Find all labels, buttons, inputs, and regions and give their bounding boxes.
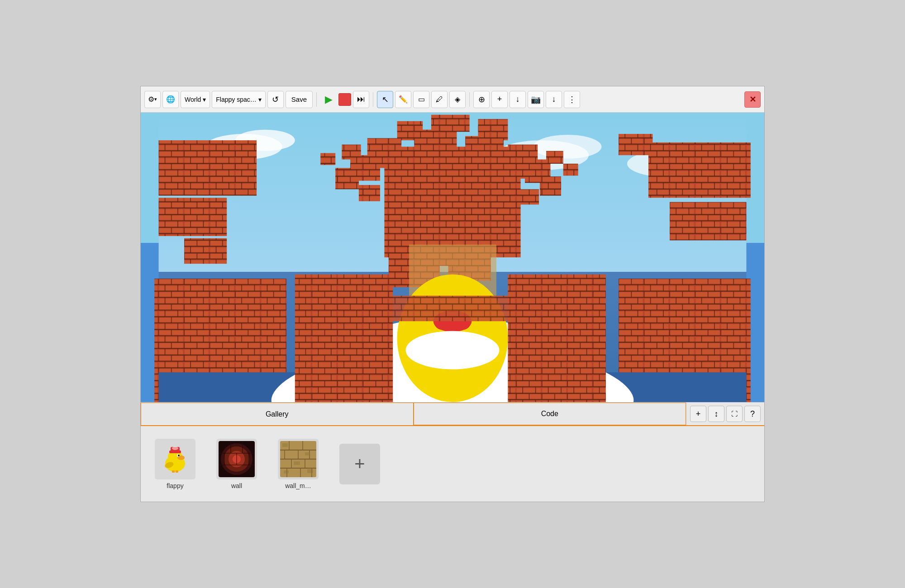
stop-button[interactable] [338, 93, 351, 106]
tab-actions: + ↕ ⛶ ? [686, 403, 764, 425]
svg-rect-48 [342, 145, 361, 160]
svg-rect-106 [282, 443, 288, 447]
separator-1 [316, 92, 317, 107]
step-button[interactable]: ⏭ [353, 91, 369, 108]
svg-rect-77 [172, 470, 175, 473]
svg-rect-45 [397, 121, 423, 140]
resize-panel-button[interactable]: ↕ [708, 406, 724, 422]
separator-2 [373, 92, 373, 107]
svg-rect-50 [546, 151, 563, 164]
svg-rect-78 [176, 470, 178, 473]
sprite-thumb-wall-m [278, 439, 319, 479]
down-arrow-2[interactable]: ↓ [546, 91, 562, 108]
svg-rect-67 [508, 275, 605, 402]
settings-button[interactable]: ⚙ ▾ [144, 91, 161, 108]
fullscreen-button[interactable]: ⛶ [726, 406, 743, 422]
reload-button[interactable]: ↺ [267, 91, 284, 108]
svg-rect-39 [335, 168, 359, 189]
svg-rect-108 [294, 461, 300, 465]
bottom-panel: Gallery Code + ↕ ⛶ ? [141, 402, 764, 502]
svg-rect-65 [389, 296, 519, 321]
game-scene [141, 113, 764, 402]
svg-point-72 [172, 446, 178, 450]
svg-rect-41 [540, 176, 561, 195]
sprite-tray: flappy [141, 426, 764, 502]
svg-rect-49 [320, 153, 335, 165]
svg-rect-47 [431, 115, 470, 132]
tab-bar: Gallery Code + ↕ ⛶ ? [141, 403, 764, 426]
svg-point-23 [533, 135, 602, 159]
add-tool[interactable]: + [491, 91, 508, 108]
world-dropdown[interactable]: World ▾ [181, 91, 210, 108]
play-button[interactable]: ▶ [320, 91, 337, 108]
sprite-item-wall-m[interactable]: wall_m… [271, 439, 325, 489]
svg-rect-31 [670, 202, 746, 241]
svg-rect-46 [478, 119, 508, 140]
tab-code[interactable]: Code [414, 403, 686, 425]
add-sprite-tab-button[interactable]: + [690, 406, 706, 422]
svg-rect-110 [307, 469, 313, 473]
svg-rect-27 [159, 198, 227, 236]
toolbar: ⚙ ▾ 🌐 World ▾ Flappy spac… ▾ ↺ Save ▶ ⏭ [141, 86, 764, 113]
svg-rect-51 [563, 164, 578, 175]
tab-gallery[interactable]: Gallery [141, 403, 414, 425]
save-button[interactable]: Save [286, 91, 313, 108]
svg-point-75 [178, 455, 180, 456]
svg-rect-107 [305, 452, 310, 455]
game-canvas [141, 113, 764, 402]
pen-tool[interactable]: ✏️ [395, 91, 411, 108]
camera-tool[interactable]: 📷 [528, 91, 544, 108]
svg-rect-53 [519, 189, 539, 204]
separator-3 [469, 92, 470, 107]
sprite-thumb-wall [216, 439, 257, 479]
sprite-item-wall[interactable]: wall [210, 439, 264, 489]
svg-rect-28 [184, 238, 227, 264]
svg-point-64 [405, 331, 499, 370]
add-sprite-icon[interactable]: + [339, 444, 380, 484]
pointer-tool[interactable]: ↖ [377, 91, 393, 108]
project-dropdown[interactable]: Flappy spac… ▾ [212, 91, 265, 108]
sprite-item-flappy[interactable]: flappy [148, 439, 202, 489]
sprite-thumb-flappy [155, 439, 195, 479]
eraser-tool[interactable]: 🖊 [431, 91, 448, 108]
app-window: ⚙ ▾ 🌐 World ▾ Flappy spac… ▾ ↺ Save ▶ ⏭ [140, 86, 765, 502]
move-tool[interactable]: ⊕ [473, 91, 490, 108]
close-button[interactable]: ✕ [744, 91, 761, 108]
svg-rect-66 [295, 275, 393, 402]
help-button[interactable]: ? [744, 406, 761, 422]
brush-tool[interactable]: ◈ [449, 91, 466, 108]
globe-button[interactable]: 🌐 [162, 91, 179, 108]
svg-rect-52 [359, 185, 380, 201]
down-arrow-tool[interactable]: ↓ [510, 91, 526, 108]
rect-tool[interactable]: ▭ [413, 91, 429, 108]
svg-rect-30 [648, 142, 751, 198]
svg-rect-109 [284, 470, 289, 474]
svg-rect-26 [159, 140, 257, 195]
more-menu[interactable]: ⋮ [564, 91, 580, 108]
viewport [141, 113, 764, 402]
add-new-sprite[interactable]: + [333, 444, 387, 484]
svg-rect-32 [619, 134, 653, 155]
